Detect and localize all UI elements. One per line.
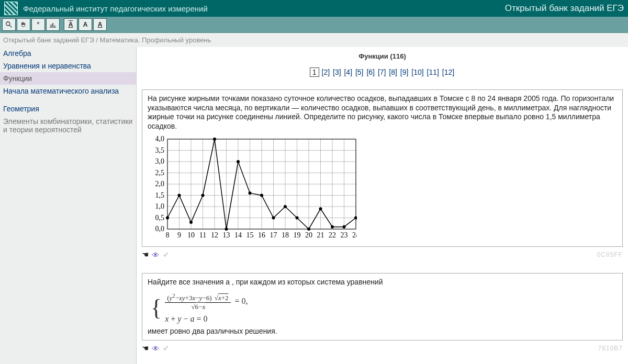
svg-text:17: 17 (270, 231, 277, 239)
pager: 1 [2] [3] [4] [5] [6] [7] [8] [9] [10] [… (142, 67, 623, 77)
svg-rect-4 (54, 26, 55, 27)
svg-text:0,5: 0,5 (155, 214, 165, 222)
svg-text:12: 12 (211, 231, 218, 239)
sidebar-item-combi[interactable]: Элементы комбинаторики, статистики и тео… (0, 115, 136, 136)
svg-text:18: 18 (282, 231, 289, 239)
svg-text:21: 21 (317, 231, 324, 239)
task-outro: имеет ровно два различных решения. (148, 327, 617, 336)
pager-link[interactable]: [10] (411, 68, 423, 76)
svg-text:9: 9 (177, 231, 181, 239)
svg-point-63 (213, 138, 216, 141)
svg-point-67 (260, 194, 263, 197)
bank-title: Открытый банк заданий ЕГЭ (505, 3, 624, 14)
svg-text:10: 10 (187, 231, 195, 239)
svg-text:13: 13 (223, 231, 230, 239)
pager-link[interactable]: [6] (366, 68, 375, 76)
svg-line-1 (9, 25, 12, 27)
svg-point-73 (331, 225, 334, 229)
svg-text:3,5: 3,5 (155, 146, 165, 154)
svg-point-68 (272, 217, 275, 220)
font-large-icon[interactable]: А (93, 18, 107, 31)
pager-link[interactable]: [2] (322, 68, 330, 76)
svg-text:22: 22 (329, 231, 336, 239)
svg-text:16: 16 (258, 231, 265, 239)
svg-text:1,5: 1,5 (155, 191, 165, 199)
svg-text:15: 15 (246, 231, 254, 239)
svg-text:19: 19 (294, 231, 301, 239)
svg-text:2,0: 2,0 (155, 180, 165, 188)
pager-link[interactable]: [4] (344, 68, 352, 76)
svg-point-60 (178, 194, 181, 197)
pager-link[interactable]: [8] (389, 68, 397, 76)
sidebar-item-geometry[interactable]: Геометрия (0, 103, 136, 115)
main-content: Функции (116) 1 [2] [3] [4] [5] [6] [7] … (136, 47, 628, 364)
svg-point-65 (237, 160, 240, 163)
svg-point-74 (343, 225, 346, 229)
svg-point-69 (284, 205, 287, 208)
task-card: На рисунке жирными точками показано суто… (142, 89, 623, 247)
check-icon[interactable]: ✔ (163, 250, 170, 259)
toolbar: ° А А А (0, 17, 628, 33)
task-card: Найдите все значения a , при каждом из к… (142, 273, 623, 340)
task-text: Найдите все значения a , при каждом из к… (148, 278, 617, 287)
pager-current: 1 (310, 67, 319, 77)
svg-text:4,0: 4,0 (155, 136, 165, 143)
svg-text:14: 14 (234, 231, 242, 239)
svg-text:11: 11 (199, 231, 206, 239)
sidebar-item-equations[interactable]: Уравнения и неравенства (0, 60, 136, 72)
pager-link[interactable]: [12] (442, 68, 454, 76)
svg-text:23: 23 (341, 231, 348, 239)
svg-point-70 (296, 217, 299, 220)
breadcrumb: Открытый банк заданий ЕГЭ / Математика. … (0, 33, 628, 47)
svg-point-71 (307, 228, 310, 231)
page-title: Функции (116) (142, 52, 623, 60)
task-id: 7810B7 (598, 345, 623, 352)
eye-icon[interactable]: 👁 (152, 344, 160, 353)
pager-link[interactable]: [5] (355, 68, 364, 76)
sidebar: Алгебра Уравнения и неравенства Функции … (0, 47, 136, 364)
svg-point-64 (225, 228, 228, 231)
sidebar-item-calculus[interactable]: Начала математического анализа (0, 85, 136, 97)
pager-link[interactable]: [7] (378, 68, 386, 76)
top-bar: Федеральный институт педагогических изме… (0, 0, 628, 17)
add-icon[interactable]: ☚ (142, 250, 149, 259)
sidebar-item-algebra[interactable]: Алгебра (0, 47, 136, 60)
font-medium-icon[interactable]: А (78, 18, 92, 31)
svg-text:20: 20 (305, 231, 312, 239)
svg-point-62 (201, 194, 205, 197)
task-intro: Найдите все значения a , при каждом из к… (148, 278, 383, 286)
pager-link[interactable]: [3] (333, 68, 341, 76)
task-id: 0C85FF (597, 251, 623, 258)
svg-text:3,0: 3,0 (155, 157, 165, 165)
svg-point-72 (319, 207, 322, 210)
task-text: На рисунке жирными точками показано суто… (148, 94, 617, 131)
svg-text:24: 24 (352, 231, 357, 239)
search-icon[interactable] (2, 18, 16, 31)
institute-title: Федеральный институт педагогических изме… (23, 4, 208, 13)
svg-point-61 (189, 221, 193, 224)
pager-link[interactable]: [11] (427, 68, 439, 76)
hand-icon[interactable] (17, 18, 30, 31)
chart-icon[interactable] (46, 18, 60, 31)
svg-point-66 (249, 191, 252, 195)
font-normal-icon[interactable]: А (64, 18, 77, 31)
svg-text:0,0: 0,0 (155, 225, 165, 233)
svg-text:2,5: 2,5 (155, 169, 165, 177)
svg-point-0 (6, 22, 10, 26)
sidebar-item-functions[interactable]: Функции (0, 72, 136, 85)
task-chart: 0,00,51,01,52,02,53,03,54,08910111213141… (148, 136, 617, 242)
svg-rect-2 (51, 25, 52, 27)
svg-text:1,0: 1,0 (155, 202, 165, 210)
svg-point-59 (166, 217, 169, 220)
svg-rect-3 (52, 23, 53, 27)
add-icon[interactable]: ☚ (142, 344, 149, 353)
logo-icon (4, 2, 18, 15)
task-actions: ☚ 👁 ✔ (142, 250, 170, 259)
task-math: { (y2−xy+3x−y−6) x+2 6−x = 0, x + y − a … (151, 292, 614, 324)
pager-link[interactable]: [9] (400, 68, 409, 76)
eye-icon[interactable]: 👁 (152, 251, 160, 259)
task-actions: ☚ 👁 ✔ (142, 344, 170, 353)
check-icon[interactable]: ✔ (163, 344, 170, 353)
svg-text:8: 8 (166, 231, 170, 239)
degree-icon[interactable]: ° (31, 18, 45, 31)
